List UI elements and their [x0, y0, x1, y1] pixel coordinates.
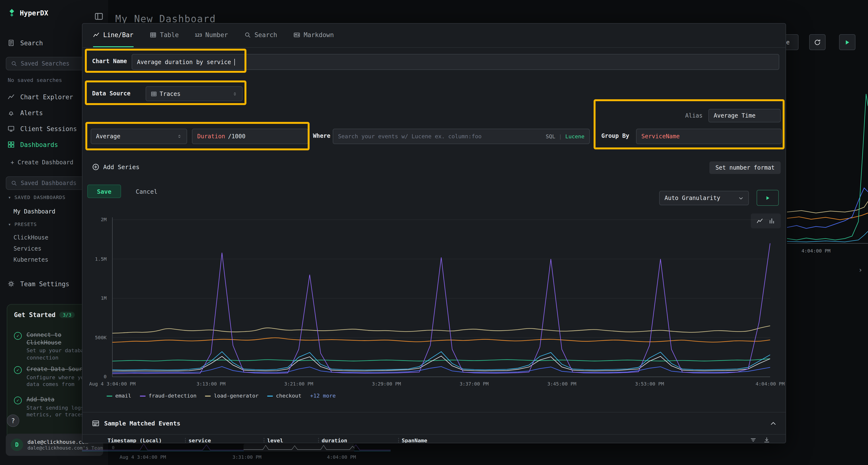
- linechart-icon: [93, 32, 99, 38]
- aggregation-select[interactable]: Average: [91, 129, 187, 144]
- chart-editor-modal: Line/BarTable123NumberSearchMarkdown Cha…: [82, 23, 786, 443]
- where-search-input[interactable]: Search your events w/ Lucene ex. column:…: [333, 129, 590, 144]
- tab-search[interactable]: Search: [244, 24, 277, 47]
- x-axis-tick-label: 3:13:00 PM: [196, 381, 225, 387]
- scroll-right-icon[interactable]: ›: [858, 266, 863, 274]
- data-source-select[interactable]: Traces: [146, 86, 243, 101]
- refresh-button[interactable]: [809, 34, 826, 50]
- sql-toggle-button[interactable]: SQL: [546, 133, 556, 139]
- run-button[interactable]: [839, 34, 856, 50]
- x-axis-tick-label: 3:45:00 PM: [547, 381, 576, 387]
- check-icon: ✓: [14, 397, 22, 404]
- column-header-spanname[interactable]: SpanName: [402, 437, 427, 443]
- page-title[interactable]: My New Dashboard: [115, 13, 216, 25]
- granularity-value: Auto Granularity: [664, 195, 720, 201]
- background-chart-right: 4:04:00 PM: [787, 72, 868, 265]
- updown-chevrons-icon: [177, 133, 182, 139]
- background-y-zero-label: 0: [112, 445, 115, 450]
- section-saved-dashboards[interactable]: ▾ SAVED DASHBOARDS: [8, 195, 66, 200]
- updown-chevrons-icon: [232, 91, 237, 97]
- column-header-timestamp-local-[interactable]: Timestamp (Local): [107, 437, 162, 443]
- sidebar-item-chart-explorer[interactable]: Chart Explorer: [8, 91, 73, 103]
- sidebar-item-clickhouse[interactable]: ClickHouse: [13, 232, 49, 243]
- x-axis-tick-label: 3:53:00 PM: [635, 381, 664, 387]
- table-icon: [150, 32, 156, 38]
- tab-line-bar[interactable]: Line/Bar: [93, 24, 133, 47]
- sidebar-item-team-settings[interactable]: Team Settings: [8, 277, 69, 290]
- sample-matched-events-header[interactable]: Sample Matched Events: [83, 412, 786, 434]
- tab-table[interactable]: Table: [150, 24, 179, 47]
- granularity-select[interactable]: Auto Granularity: [659, 191, 749, 205]
- text-cursor: [235, 59, 235, 65]
- y-axis-tick-label: 2M: [101, 217, 106, 222]
- group-by-label: Group By: [601, 133, 629, 139]
- saved-searches-placeholder: Saved Searches: [21, 60, 69, 67]
- sidebar-item-kubernetes[interactable]: Kubernetes: [13, 255, 49, 265]
- column-options-icon[interactable]: [750, 437, 756, 443]
- sample-matched-events-title: Sample Matched Events: [104, 420, 180, 427]
- chart-name-input[interactable]: Average duration by service: [132, 54, 779, 70]
- chart-legend: emailfraud-detectionload-generatorchecko…: [106, 393, 336, 399]
- search-icon: [11, 180, 17, 186]
- sidebar-item-services[interactable]: Services: [13, 243, 41, 254]
- chevron-down-icon: [738, 195, 744, 201]
- tab-number[interactable]: 123Number: [195, 24, 228, 47]
- x-axis-tick-label: 3:29:00 PM: [372, 381, 401, 387]
- legend-item-email[interactable]: email: [106, 393, 131, 399]
- field-input[interactable]: Duration/1000: [192, 129, 308, 144]
- download-icon[interactable]: [763, 437, 770, 443]
- legend-item-checkout[interactable]: checkout: [267, 393, 301, 399]
- brand[interactable]: HyperDX: [8, 9, 48, 17]
- legend-dash: [106, 395, 112, 396]
- sidebar-item-label: Chart Explorer: [20, 93, 73, 100]
- chevron-up-icon[interactable]: [770, 420, 777, 427]
- add-series-button[interactable]: Add Series: [92, 163, 140, 171]
- column-header-duration[interactable]: duration: [322, 437, 347, 443]
- legend-more-link[interactable]: +12 more: [310, 393, 336, 399]
- column-header-level[interactable]: level: [267, 437, 283, 443]
- sidebar-item-alerts[interactable]: Alerts: [8, 106, 43, 119]
- line-chart-icon: [8, 94, 14, 100]
- field-suffix: /1000: [228, 133, 245, 140]
- section-label: SAVED DASHBOARDS: [14, 195, 66, 200]
- lucene-toggle-button[interactable]: Lucene: [565, 133, 585, 139]
- run-chart-button[interactable]: [756, 190, 779, 206]
- tab-markdown[interactable]: Markdown: [293, 24, 334, 47]
- group-by-input[interactable]: ServiceName: [636, 129, 782, 144]
- tab-label: Number: [206, 31, 228, 38]
- sidebar-item-label: Client Sessions: [20, 125, 77, 132]
- cancel-button[interactable]: Cancel: [131, 185, 162, 198]
- list-icon: [92, 420, 99, 427]
- set-number-format-button[interactable]: Set number format: [709, 161, 781, 174]
- legend-label: load-generator: [214, 393, 258, 399]
- brand-name: HyperDX: [20, 9, 48, 16]
- alias-label: Alias: [679, 112, 703, 119]
- help-button[interactable]: ?: [7, 414, 19, 427]
- legend-item-load-generator[interactable]: load-generator: [205, 393, 258, 399]
- markdown-icon: [293, 32, 300, 38]
- create-dashboard-button[interactable]: + Create Dashboard: [10, 157, 73, 168]
- y-axis-tick-label: 1.5M: [95, 256, 106, 261]
- sidebar-item-label: Dashboards: [20, 141, 58, 148]
- sidebar-item-client-sessions[interactable]: Client Sessions: [8, 122, 77, 135]
- data-source-value: Traces: [160, 90, 181, 97]
- sidebar-item-my-dashboard[interactable]: My Dashboard: [13, 206, 55, 217]
- legend-item-fraud-detection[interactable]: fraud-detection: [140, 393, 196, 399]
- section-presets[interactable]: ▾ PRESETS: [8, 222, 37, 227]
- get-started-badge: 3/3: [59, 312, 75, 318]
- column-separator: ⋮: [183, 437, 188, 443]
- grid-icon: [8, 141, 14, 148]
- save-button[interactable]: Save: [87, 185, 121, 198]
- alias-input[interactable]: Average Time: [708, 109, 781, 122]
- main-chart[interactable]: [112, 215, 771, 380]
- background-mini-preview[interactable]: [244, 444, 354, 452]
- x-axis-tick-label: 3:37:00 PM: [460, 381, 489, 387]
- column-separator: ⋮: [316, 437, 321, 443]
- sidebar-item-search[interactable]: Search: [8, 37, 43, 49]
- y-axis-tick-label: 500K: [95, 335, 106, 340]
- monitor-icon: [8, 125, 14, 132]
- column-header-service[interactable]: service: [189, 437, 211, 443]
- play-icon: [765, 195, 771, 201]
- sidebar-item-dashboards[interactable]: Dashboards: [8, 138, 58, 151]
- sidebar-collapse-icon[interactable]: [94, 12, 103, 21]
